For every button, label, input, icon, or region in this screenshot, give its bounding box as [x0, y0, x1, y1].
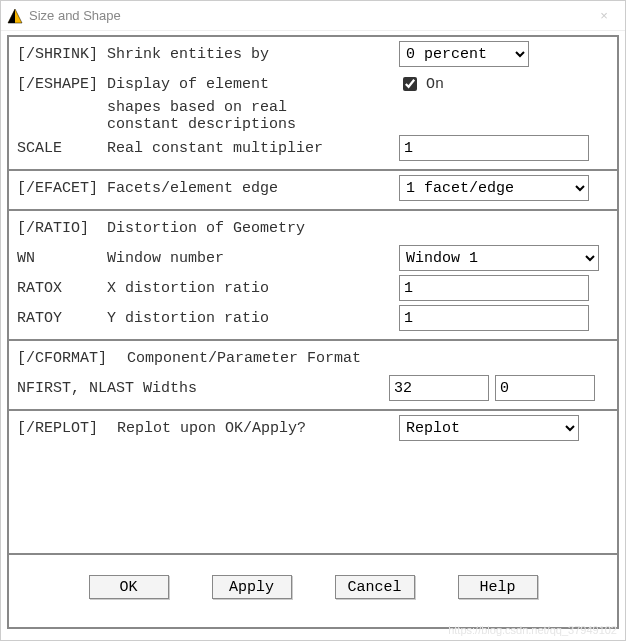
section-efacet: [/EFACET] Facets/element edge 1 facet/ed… — [9, 169, 617, 209]
eshape-check-label: On — [426, 76, 444, 93]
ratio-label: Distortion of Geometry — [107, 220, 399, 237]
row-ratox: RATOX X distortion ratio — [17, 273, 609, 303]
button-bar-section: OK Apply Cancel Help — [9, 553, 617, 627]
button-bar: OK Apply Cancel Help — [17, 557, 609, 621]
ratox-label: X distortion ratio — [107, 280, 399, 297]
replot-label: Replot upon OK/Apply? — [117, 420, 399, 437]
scale-key: SCALE — [17, 140, 107, 157]
svg-marker-1 — [8, 9, 15, 23]
app-icon — [7, 8, 23, 24]
title-bar: Size and Shape × — [1, 1, 625, 31]
eshape-label: Display of element — [107, 76, 399, 93]
ok-button[interactable]: OK — [89, 575, 169, 599]
dialog-window: Size and Shape × [/SHRINK] Shrink entiti… — [0, 0, 626, 641]
scale-label: Real constant multiplier — [107, 140, 399, 157]
row-ratio-heading: [/RATIO] Distortion of Geometry — [17, 213, 609, 243]
nlast-input[interactable] — [495, 375, 595, 401]
section-shrink-eshape: [/SHRINK] Shrink entities by 0 percent [… — [9, 37, 617, 169]
wn-key: WN — [17, 250, 107, 267]
section-ratio: [/RATIO] Distortion of Geometry WN Windo… — [9, 209, 617, 339]
eshape-checkbox[interactable] — [403, 77, 417, 91]
row-eshape: [/ESHAPE] Display of element On — [17, 69, 609, 99]
row-wn: WN Window number Window 1 — [17, 243, 609, 273]
row-ratoy: RATOY Y distortion ratio — [17, 303, 609, 333]
apply-button[interactable]: Apply — [212, 575, 292, 599]
replot-select[interactable]: Replot — [399, 415, 579, 441]
shrink-key: [/SHRINK] — [17, 46, 107, 63]
ratoy-key: RATOY — [17, 310, 107, 327]
section-replot: [/REPLOT] Replot upon OK/Apply? Replot — [9, 409, 617, 553]
ratio-key: [/RATIO] — [17, 220, 107, 237]
cformat-widths-label: NFIRST, NLAST Widths — [17, 380, 389, 397]
replot-key: [/REPLOT] — [17, 420, 117, 437]
shrink-select[interactable]: 0 percent — [399, 41, 529, 67]
window-title: Size and Shape — [29, 8, 589, 23]
cformat-key: [/CFORMAT] — [17, 350, 127, 367]
dialog-content: [/SHRINK] Shrink entities by 0 percent [… — [1, 31, 625, 640]
close-icon[interactable]: × — [589, 8, 619, 23]
eshape-key: [/ESHAPE] — [17, 76, 107, 93]
section-cformat: [/CFORMAT] Component/Parameter Format NF… — [9, 339, 617, 409]
row-scale: SCALE Real constant multiplier — [17, 133, 609, 163]
wn-select[interactable]: Window 1 — [399, 245, 599, 271]
wn-label: Window number — [107, 250, 399, 267]
ratoy-input[interactable] — [399, 305, 589, 331]
cancel-button[interactable]: Cancel — [335, 575, 415, 599]
nfirst-input[interactable] — [389, 375, 489, 401]
shrink-label: Shrink entities by — [107, 46, 399, 63]
help-button[interactable]: Help — [458, 575, 538, 599]
eshape-sub1: shapes based on real — [107, 99, 609, 116]
efacet-select[interactable]: 1 facet/edge — [399, 175, 589, 201]
row-shrink: [/SHRINK] Shrink entities by 0 percent — [17, 39, 609, 69]
efacet-key: [/EFACET] — [17, 180, 107, 197]
row-efacet: [/EFACET] Facets/element edge 1 facet/ed… — [17, 173, 609, 203]
eshape-sub2: constant descriptions — [107, 116, 609, 133]
ratox-key: RATOX — [17, 280, 107, 297]
ratoy-label: Y distortion ratio — [107, 310, 399, 327]
ratox-input[interactable] — [399, 275, 589, 301]
form-body: [/SHRINK] Shrink entities by 0 percent [… — [7, 35, 619, 629]
eshape-checkbox-wrap[interactable]: On — [399, 74, 444, 94]
efacet-label: Facets/element edge — [107, 180, 399, 197]
row-cformat-widths: NFIRST, NLAST Widths — [17, 373, 609, 403]
row-cformat-heading: [/CFORMAT] Component/Parameter Format — [17, 343, 609, 373]
row-replot: [/REPLOT] Replot upon OK/Apply? Replot — [17, 413, 609, 443]
scale-input[interactable] — [399, 135, 589, 161]
cformat-label: Component/Parameter Format — [127, 350, 609, 367]
